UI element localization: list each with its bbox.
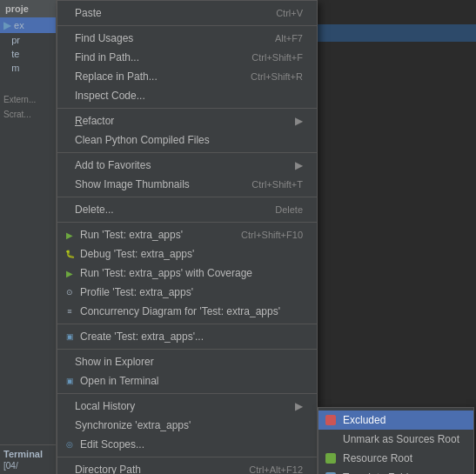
sidebar-item-ex[interactable]: ▶ ex: [0, 17, 56, 33]
menu-item-debug[interactable]: 🐛 Debug 'Test: extra_apps': [57, 244, 317, 264]
menu-item-run[interactable]: ▶ Run 'Test: extra_apps' Ctrl+Shift+F10: [57, 225, 317, 244]
context-menu: Paste Ctrl+V Find Usages Alt+F7 Find in …: [57, 0, 318, 474]
unmark-icon: [324, 432, 338, 446]
menu-item-add-favorites[interactable]: Add to Favorites ▶: [57, 156, 317, 175]
terminal-label: Terminal: [3, 449, 52, 459]
menu-separator-8: [57, 393, 317, 394]
menu-item-concurrency-label: Concurrency Diagram for 'Test: extra_app…: [80, 305, 303, 317]
menu-item-open-terminal-label: Open in Terminal: [80, 375, 303, 387]
submenu-item-template-folder[interactable]: Template Folder: [318, 468, 473, 474]
menu-item-create-label: Create 'Test: extra_apps'...: [80, 330, 303, 343]
menu-item-coverage[interactable]: ▶ Run 'Test: extra_apps' with Coverage: [57, 264, 317, 283]
menu-item-synchronize-label: Synchronize 'extra_apps': [75, 419, 303, 431]
menu-separator-5: [57, 222, 317, 223]
menu-item-paste-shortcut: Ctrl+V: [276, 8, 303, 18]
menu-item-clean-compiled-label: Clean Python Compiled Files: [75, 134, 303, 146]
terminal-section: Terminal [04/: [0, 444, 56, 474]
sidebar-item-m[interactable]: m: [0, 61, 56, 75]
menu-item-find-path[interactable]: Find in Path... Ctrl+Shift+F: [57, 48, 317, 67]
sidebar: proje ▶ ex pr te m Extern... Scrat... Te…: [0, 0, 57, 474]
menu-item-paste[interactable]: Paste Ctrl+V: [57, 3, 317, 23]
submenu-item-unmark[interactable]: Unmark as Sources Root: [318, 430, 473, 449]
menu-item-delete-label: Delete...: [75, 204, 258, 216]
external-libs-label: Extern...: [0, 92, 56, 107]
menu-item-find-path-shortcut: Ctrl+Shift+F: [251, 52, 303, 63]
submenu-item-excluded[interactable]: Excluded: [318, 411, 473, 430]
menu-item-show-thumbnails-shortcut: Ctrl+Shift+T: [251, 179, 303, 190]
favorites-submenu-arrow: ▶: [295, 159, 303, 171]
refactor-submenu-arrow: ▶: [295, 115, 303, 127]
terminal-content: [04/: [3, 461, 52, 471]
sidebar-header: proje: [0, 0, 56, 17]
menu-separator-2: [57, 108, 317, 109]
menu-item-find-usages-shortcut: Alt+F7: [275, 33, 303, 43]
menu-item-run-label: Run 'Test: extra_apps': [80, 229, 224, 241]
menu-item-concurrency[interactable]: ≡ Concurrency Diagram for 'Test: extra_a…: [57, 302, 317, 321]
menu-item-delete[interactable]: Delete... Delete: [57, 200, 317, 219]
menu-item-directory-path[interactable]: Directory Path Ctrl+Alt+F12: [57, 460, 317, 474]
terminal-icon: ▣: [63, 374, 77, 388]
menu-item-refactor[interactable]: Refactor ▶: [57, 111, 317, 130]
menu-separator-1: [57, 25, 317, 26]
sidebar-item-te[interactable]: te: [0, 47, 56, 61]
menu-item-coverage-label: Run 'Test: extra_apps' with Coverage: [80, 267, 303, 279]
menu-item-show-explorer-label: Show in Explorer: [75, 356, 303, 368]
mark-directory-submenu: Excluded Unmark as Sources Root Resource…: [318, 407, 474, 474]
menu-item-create[interactable]: ▣ Create 'Test: extra_apps'...: [57, 327, 317, 346]
local-history-submenu-arrow: ▶: [295, 400, 303, 412]
menu-item-run-shortcut: Ctrl+Shift+F10: [241, 230, 303, 240]
menu-item-local-history[interactable]: Local History ▶: [57, 397, 317, 416]
menu-item-replace-path[interactable]: Replace in Path... Ctrl+Shift+R: [57, 67, 317, 86]
menu-item-inspect-code[interactable]: Inspect Code...: [57, 86, 317, 105]
resource-root-icon: [324, 451, 338, 465]
menu-item-show-thumbnails-label: Show Image Thumbnails: [75, 178, 234, 190]
menu-item-open-terminal[interactable]: ▣ Open in Terminal: [57, 371, 317, 391]
menu-item-find-usages-label: Find Usages: [75, 32, 258, 44]
menu-item-replace-path-shortcut: Ctrl+Shift+R: [251, 71, 303, 82]
create-icon: ▣: [63, 330, 77, 344]
menu-item-refactor-label: Refactor: [75, 115, 291, 127]
menu-item-add-favorites-label: Add to Favorites: [75, 159, 291, 171]
excluded-icon: [324, 413, 338, 427]
menu-item-clean-compiled[interactable]: Clean Python Compiled Files: [57, 130, 317, 150]
submenu-item-unmark-label: Unmark as Sources Root: [343, 433, 459, 445]
menu-separator-3: [57, 152, 317, 153]
scratches-label: Scrat...: [0, 107, 56, 122]
menu-item-paste-label: Paste: [75, 7, 258, 19]
menu-separator-7: [57, 349, 317, 350]
menu-item-profile[interactable]: ⊙ Profile 'Test: extra_apps': [57, 283, 317, 302]
menu-item-directory-path-shortcut: Ctrl+Alt+F12: [249, 464, 303, 474]
menu-separator-9: [57, 457, 317, 457]
submenu-item-resource-root[interactable]: Resource Root: [318, 449, 473, 468]
menu-item-debug-label: Debug 'Test: extra_apps': [80, 248, 303, 260]
menu-item-inspect-code-label: Inspect Code...: [75, 90, 303, 102]
menu-item-find-path-label: Find in Path...: [75, 51, 234, 63]
scopes-icon: ◎: [63, 437, 77, 451]
menu-item-profile-label: Profile 'Test: extra_apps': [80, 286, 303, 298]
submenu-item-resource-root-label: Resource Root: [343, 452, 412, 464]
menu-item-show-explorer[interactable]: Show in Explorer: [57, 352, 317, 371]
menu-item-local-history-label: Local History: [75, 400, 291, 412]
menu-separator-6: [57, 324, 317, 324]
coverage-icon: ▶: [63, 266, 77, 280]
menu-item-show-thumbnails[interactable]: Show Image Thumbnails Ctrl+Shift+T: [57, 175, 317, 194]
menu-item-synchronize[interactable]: Synchronize 'extra_apps': [57, 416, 317, 435]
profile-icon: ⊙: [63, 285, 77, 299]
run-icon: ▶: [63, 228, 77, 242]
menu-item-find-usages[interactable]: Find Usages Alt+F7: [57, 29, 317, 48]
menu-item-directory-path-label: Directory Path: [75, 464, 231, 474]
submenu-item-excluded-label: Excluded: [343, 414, 385, 426]
menu-item-edit-scopes-label: Edit Scopes...: [80, 438, 303, 451]
menu-separator-4: [57, 197, 317, 197]
menu-item-edit-scopes[interactable]: ◎ Edit Scopes...: [57, 435, 317, 454]
menu-item-replace-path-label: Replace in Path...: [75, 70, 233, 83]
concurrency-icon: ≡: [63, 304, 77, 318]
debug-icon: 🐛: [63, 247, 77, 261]
template-folder-icon: [324, 471, 338, 474]
menu-item-delete-shortcut: Delete: [275, 204, 303, 215]
sidebar-item-pr[interactable]: pr: [0, 33, 56, 47]
